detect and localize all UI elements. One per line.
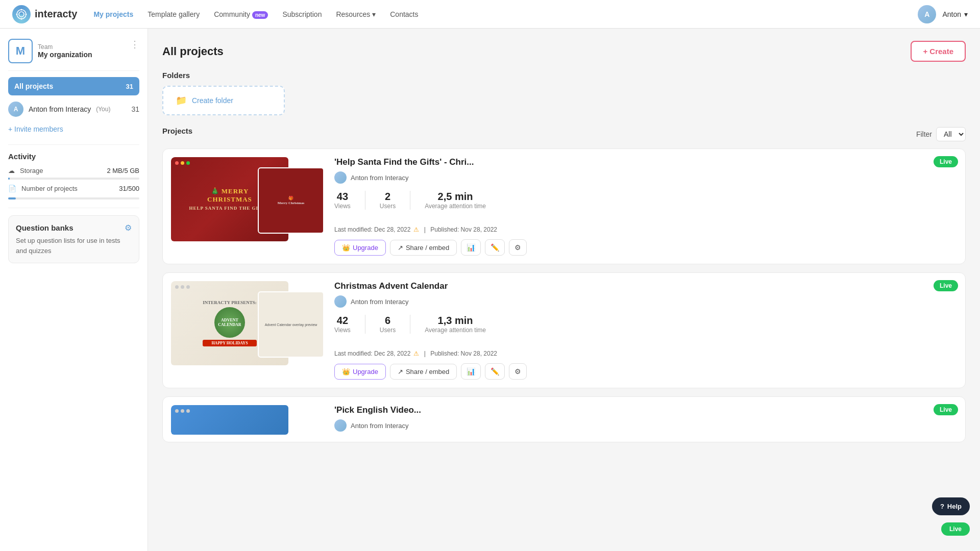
project-actions-2: 👑 Upgrade ↗ Share / embed 📊 ✏️ ⚙ (334, 363, 957, 380)
project-author-1: Anton from Interacy (334, 171, 957, 184)
thumb-overlay-2: Advent Calendar overlay preview (258, 291, 324, 358)
help-circle-icon: ? (940, 503, 944, 510)
stat-time-label-1: Average attention time (425, 203, 486, 210)
projects-progress-bg (8, 197, 139, 199)
sidebar-all-projects-label: All projects (14, 82, 53, 90)
settings-button-2[interactable]: ⚙ (509, 363, 527, 380)
analytics-button-2[interactable]: 📊 (461, 363, 481, 380)
share-button-1[interactable]: ↗ Share / embed (390, 240, 457, 256)
projects-header: Projects Filter All (162, 127, 966, 141)
share-icon-1: ↗ (398, 244, 403, 252)
thumb-dots-3 (175, 409, 190, 413)
nav-resources[interactable]: Resources ▾ (336, 10, 376, 18)
project-title-3: 'Pick English Video... (334, 405, 957, 415)
sidebar-member: A Anton from Interacy (You) 31 (8, 97, 139, 121)
upgrade-button-1[interactable]: 👑 Upgrade (334, 240, 386, 256)
help-button[interactable]: ? Help (932, 497, 970, 515)
stat-views-label-1: Views (334, 203, 351, 210)
help-label: Help (947, 503, 962, 510)
storage-icon: ☁ (8, 167, 15, 174)
nav-community[interactable]: Communitynew (214, 10, 268, 18)
stat-time-value-2: 1,3 min (425, 315, 486, 327)
thumb-main-3 (171, 405, 288, 435)
projects-icon: 📄 (8, 185, 16, 192)
stat-time-label-2: Average attention time (425, 327, 486, 334)
activity-title: Activity (8, 152, 139, 161)
qb-header: Question banks ⚙ (16, 223, 132, 233)
analytics-button-1[interactable]: 📊 (461, 239, 481, 256)
create-button[interactable]: + Create (911, 41, 966, 62)
dot-g3 (186, 409, 190, 413)
thumb-overlay-1: 🎁Merry Christmas (258, 167, 324, 234)
sidebar-divider (8, 144, 139, 145)
thumb-advent-text: INTERACTY PRESENTS: ADVENTCALENDAR HAPPY… (203, 300, 256, 346)
nav-contacts[interactable]: Contacts (390, 10, 418, 18)
project-meta-2: Last modified: Dec 28, 2022 ⚠ | Publishe… (334, 350, 957, 357)
author-name-1: Anton from Interacy (351, 174, 408, 182)
stat-users-2: 6 Users (380, 315, 396, 334)
project-thumbnail-2: INTERACTY PRESENTS: ADVENTCALENDAR HAPPY… (171, 281, 324, 373)
dot-g1 (175, 409, 179, 413)
modified-1: Last modified: Dec 28, 2022 (334, 226, 410, 233)
org-menu-button[interactable]: ⋮ (130, 39, 139, 50)
live-badge-2: Live (934, 280, 958, 291)
filter-area: Filter All (916, 127, 966, 141)
nav-right: A Anton ▾ (918, 5, 968, 23)
project-author-3: Anton from Interacy (334, 419, 957, 432)
upgrade-icon-2: 👑 (342, 368, 350, 375)
upgrade-button-2[interactable]: 👑 Upgrade (334, 364, 386, 380)
project-card-1: Live 🎄 MerryChristmashelp santa find the… (162, 148, 966, 264)
org-info: Team My organization (38, 43, 139, 59)
stat-divider-1a (365, 191, 365, 210)
org-type: Team (38, 43, 139, 51)
main-content: All projects + Create Folders 📁 Create f… (148, 29, 980, 551)
activity-section: Activity ☁ Storage 2 MB/5 GB 📄 Number of… (8, 152, 139, 199)
project-title-2: Christmas Advent Calendar (334, 281, 957, 291)
qb-gear-icon[interactable]: ⚙ (125, 223, 132, 233)
folders-label: Folders (162, 71, 966, 80)
stat-users-label-2: Users (380, 327, 396, 334)
live-status-badge[interactable]: Live (941, 522, 970, 536)
nav-links: My projects Template gallery Communityne… (93, 10, 901, 18)
nav-subscription[interactable]: Subscription (282, 10, 322, 18)
author-avatar-1 (334, 171, 347, 184)
upgrade-icon-1: 👑 (342, 244, 350, 252)
nav-my-projects[interactable]: My projects (93, 10, 133, 18)
projects-section: Projects Filter All Live (162, 127, 966, 442)
edit-button-2[interactable]: ✏️ (485, 363, 505, 380)
stat-views-value-2: 42 (334, 315, 351, 327)
stat-divider-2a (365, 315, 365, 334)
project-card-3: Live 'Pick English Video... Anton (162, 396, 966, 442)
page-title: All projects (162, 45, 224, 58)
filter-select[interactable]: All (936, 127, 966, 141)
user-avatar: A (918, 5, 936, 23)
folders-section: Folders 📁 Create folder (162, 71, 966, 115)
svg-point-0 (17, 10, 26, 19)
app-logo[interactable]: interacty (12, 5, 77, 23)
stats-group-1: 43 Views 2 Users 2,5 min Avera (334, 191, 486, 210)
live-badge-3: Live (934, 404, 958, 415)
create-folder-button[interactable]: 📁 Create folder (162, 86, 285, 115)
warning-icon-2: ⚠ (413, 350, 419, 357)
projects-label: Number of projects (21, 185, 114, 192)
thumb-dots-2 (175, 285, 190, 289)
projects-label: Projects (162, 127, 192, 135)
project-card-2: Live INTERACTY PRESENTS: ADVENTCALENDAR (162, 272, 966, 388)
user-menu[interactable]: Anton ▾ (942, 10, 968, 18)
sidebar: M Team My organization ⋮ All projects 31… (0, 29, 148, 551)
settings-button-1[interactable]: ⚙ (509, 239, 527, 256)
org-card: M Team My organization ⋮ (8, 39, 139, 71)
stat-views-label-2: Views (334, 327, 351, 334)
invite-members-button[interactable]: + Invite members (8, 121, 139, 137)
stat-time-1: 2,5 min Average attention time (425, 191, 486, 210)
nav-template-gallery[interactable]: Template gallery (148, 10, 200, 18)
app-name: interacty (35, 8, 77, 20)
stat-views-1: 43 Views (334, 191, 351, 210)
edit-button-1[interactable]: ✏️ (485, 239, 505, 256)
sidebar-all-projects[interactable]: All projects 31 (8, 77, 139, 95)
published-1: Published: Nov 28, 2022 (430, 226, 497, 233)
main-layout: M Team My organization ⋮ All projects 31… (0, 29, 980, 551)
share-button-2[interactable]: ↗ Share / embed (390, 364, 457, 380)
qb-description: Set up question lists for use in tests a… (16, 236, 132, 256)
modified-2: Last modified: Dec 28, 2022 (334, 350, 410, 357)
